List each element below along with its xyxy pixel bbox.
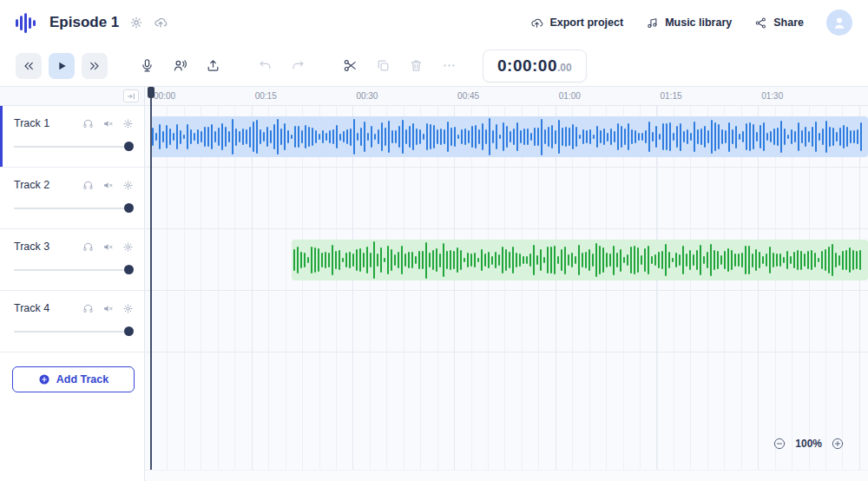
skip-back-button[interactable] <box>16 53 42 79</box>
collapse-sidebar-button[interactable] <box>123 89 139 102</box>
play-button[interactable] <box>49 53 75 79</box>
mute-icon[interactable] <box>102 241 114 253</box>
waveform-bar <box>607 133 608 142</box>
slider-knob[interactable] <box>124 326 134 336</box>
add-track-button[interactable]: Add Track <box>12 366 135 392</box>
volume-slider[interactable] <box>14 265 134 275</box>
waveform-bar <box>342 258 344 262</box>
volume-slider[interactable] <box>14 326 134 337</box>
volume-slider[interactable] <box>14 203 134 214</box>
mute-icon[interactable] <box>102 118 114 129</box>
project-sync-icon[interactable] <box>154 16 168 30</box>
waveform-bar <box>791 129 792 144</box>
track-row[interactable]: Track 4 <box>0 291 144 353</box>
header-actions: Export project Music library Share <box>530 10 852 36</box>
mute-icon[interactable] <box>102 303 114 314</box>
track-lane[interactable] <box>145 229 868 291</box>
track-lane[interactable] <box>145 106 868 168</box>
waveform-bar <box>391 249 392 270</box>
slider-knob[interactable] <box>124 142 134 151</box>
waveform-bar <box>704 126 706 148</box>
project-settings-icon[interactable] <box>129 16 143 30</box>
waveform-bar <box>439 254 441 267</box>
record-mic-button[interactable] <box>134 53 160 79</box>
slider-track <box>14 146 130 148</box>
delete-button[interactable] <box>403 53 429 79</box>
voice-over-button[interactable] <box>167 53 193 79</box>
split-button[interactable] <box>337 53 363 79</box>
waveform-bar <box>461 129 463 144</box>
horizontal-scrollbar[interactable] <box>145 470 868 481</box>
headphones-icon[interactable] <box>82 241 94 253</box>
waveform-bar <box>713 250 715 270</box>
headphones-icon[interactable] <box>82 303 94 314</box>
share-button[interactable]: Share <box>754 16 804 30</box>
waveform-bar <box>571 253 573 268</box>
waveform-bar <box>609 254 611 267</box>
waveform-bar <box>187 124 188 149</box>
track-lane[interactable] <box>145 168 868 229</box>
waveform-bar <box>828 247 830 273</box>
track-settings-icon[interactable] <box>122 118 134 129</box>
waveform-bar <box>284 123 286 150</box>
waveform-bar <box>578 245 580 275</box>
headphones-icon[interactable] <box>82 118 94 129</box>
waveform-bar <box>724 251 726 268</box>
track-settings-icon[interactable] <box>122 241 134 253</box>
upload-audio-button[interactable] <box>200 53 226 79</box>
headphones-icon[interactable] <box>82 180 94 191</box>
track-row[interactable]: Track 1 <box>0 106 144 168</box>
copy-button[interactable] <box>370 53 396 79</box>
undo-button[interactable] <box>252 53 278 79</box>
track-row[interactable]: Track 2 <box>0 168 144 229</box>
waveform-bar <box>388 121 390 153</box>
track-row[interactable]: Track 3 <box>0 229 144 291</box>
zoom-in-button[interactable] <box>830 436 845 451</box>
skip-forward-button[interactable] <box>82 53 108 79</box>
waveform-bar <box>395 130 397 142</box>
waveform-bar <box>808 131 810 142</box>
waveform-bar <box>739 134 740 140</box>
waveform-bar <box>575 127 577 147</box>
waveform-bar <box>537 128 539 145</box>
waveform-bar <box>499 135 501 139</box>
volume-slider[interactable] <box>14 142 134 152</box>
track-lane[interactable] <box>145 291 868 353</box>
waveform-bar <box>555 130 556 144</box>
waveform-bar <box>662 123 664 150</box>
redo-button[interactable] <box>285 53 311 79</box>
audio-clip[interactable] <box>150 116 868 157</box>
track-sidebar: Track 1 Track 2 Track 3 <box>0 87 145 481</box>
music-library-button[interactable]: Music library <box>646 16 732 30</box>
track-settings-icon[interactable] <box>122 303 134 314</box>
mute-icon[interactable] <box>102 180 114 191</box>
waveform-bar <box>263 132 265 142</box>
waveform-bar <box>232 119 233 155</box>
waveform-bar <box>474 253 476 267</box>
playhead[interactable] <box>150 87 152 470</box>
waveform-bar <box>318 248 319 271</box>
waveform-bar <box>505 249 507 271</box>
timeline-ruler[interactable]: 00:0000:1500:3000:4501:0001:1501:30 <box>145 87 868 106</box>
more-options-button[interactable] <box>436 53 462 79</box>
waveform-bar <box>714 122 716 151</box>
waveform-bar <box>648 246 649 275</box>
waveform-bar <box>547 247 549 273</box>
export-project-button[interactable]: Export project <box>530 16 623 30</box>
slider-knob[interactable] <box>124 265 134 274</box>
ruler-label: 00:15 <box>255 91 277 101</box>
audio-clip[interactable] <box>292 240 868 280</box>
waveform-bar <box>460 250 462 270</box>
ruler-label: 01:15 <box>661 91 682 101</box>
waveform-bar <box>558 120 560 153</box>
zoom-out-button[interactable] <box>772 436 787 451</box>
waveform-bar <box>249 127 251 148</box>
waveform-bar <box>321 253 323 268</box>
slider-knob[interactable] <box>124 203 134 213</box>
waveform-bar <box>759 252 760 267</box>
user-avatar[interactable] <box>826 10 852 36</box>
time-display: 0:00:00 .00 <box>483 49 587 82</box>
waveform-bar <box>402 120 404 154</box>
track-settings-icon[interactable] <box>122 180 134 191</box>
waveform-bar <box>280 128 282 145</box>
